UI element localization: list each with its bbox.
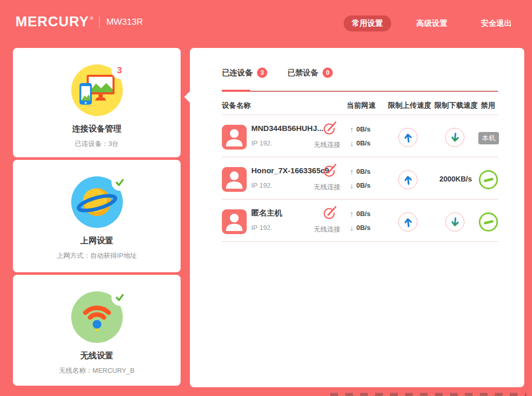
column-upload-limit: 限制上传速度 [388,101,431,110]
up-arrow-icon: ↑ [350,167,354,176]
column-current-speed: 当前网速 [347,101,376,110]
set-upload-limit-button[interactable] [398,128,417,147]
tab-underline [222,91,498,92]
ban-device-button[interactable] [479,212,498,232]
edit-name-icon[interactable] [323,121,337,135]
row-divider [222,241,498,242]
banned-count-badge: 0 [323,68,333,78]
card-subtitle: 上网方式：自动获得IP地址 [13,251,181,260]
sidebar-card-internet-settings[interactable]: 上网设置 上网方式：自动获得IP地址 [13,160,181,272]
sidebar-card-wireless-settings[interactable]: 无线设置 无线名称：MERCURY_B [13,275,181,386]
connection-type: 无线连接 [294,225,341,234]
card-title: 无线设置 [13,351,181,361]
upload-speed: 0B/s [357,210,370,218]
device-name: Honor_7X-1663365c9 [251,166,329,175]
minus-icon [483,177,494,182]
download-speed: 0B/s [357,182,370,189]
tab-banned-devices[interactable]: 已禁设备 0 [287,68,333,78]
device-tabs: 已连设备 3 已禁设备 0 [222,68,333,78]
column-download-limit: 限制下载速度 [434,101,478,110]
up-arrow-icon: ↑ [350,209,354,218]
upload-speed: 0B/s [357,168,370,175]
row-divider [222,199,498,200]
down-arrow-icon: ↓ [350,181,354,190]
table-header-divider [222,114,498,115]
table-row: Honor_7X-1663365c9 IP 192. 无线连接 ↑0B/s ↓0… [222,160,498,200]
active-card-pointer [184,91,190,103]
planet-icon [71,176,123,228]
brand-logo: MERCURY ® MW313R [15,14,143,30]
nav-safe-logout[interactable]: 安全退出 [473,15,520,31]
table-row: MND344B56HUHJ... IP 192. 无线连接 ↑0B/s ↓0B/… [222,118,498,157]
device-list-panel: 已连设备 3 已禁设备 0 设备名称 当前网速 限制上传速度 限制下载速度 禁用 [190,48,524,387]
minus-icon [483,220,494,224]
download-speed: 0B/s [357,224,370,232]
configured-check [111,289,128,306]
brand-name: MERCURY [15,14,89,30]
set-upload-limit-button[interactable] [398,212,417,232]
clipped-bottom-text [330,393,526,396]
logo-divider [99,16,100,28]
card-subtitle: 已连设备：3台 [13,139,181,148]
user-avatar-icon [222,167,247,192]
device-ip: IP 192. [251,224,272,232]
current-speed: ↑0B/s ↓0B/s [350,122,370,150]
column-ban: 禁用 [480,101,496,110]
model-number: MW313R [106,17,143,27]
wifi-icon [71,291,123,343]
set-download-limit-button[interactable] [445,212,464,232]
active-tab-underline [222,90,250,92]
up-arrow-icon: ↑ [350,125,354,134]
connection-type: 无线连接 [294,183,341,192]
column-device-name: 设备名称 [222,101,251,110]
down-arrow-icon: ↓ [350,223,354,232]
device-ip: IP 192. [251,139,272,147]
check-icon [115,177,125,188]
row-divider [222,157,498,157]
ban-device-button[interactable] [479,170,498,189]
current-speed: ↑0B/s ↓0B/s [350,164,370,192]
card-title: 上网设置 [13,236,181,246]
top-nav: 常用设置 高级设置 安全退出 [344,15,520,31]
devices-icon: 3 [71,64,123,116]
card-subtitle: 无线名称：MERCURY_B [13,366,181,375]
check-icon [115,292,125,303]
table-row: 匿名主机 IP 192. 无线连接 ↑0B/s ↓0B/s [222,202,498,242]
local-host-badge: 本机 [478,132,499,144]
edit-name-icon[interactable] [323,163,337,177]
set-download-limit-button[interactable] [445,128,464,147]
set-upload-limit-button[interactable] [398,170,417,189]
card-title: 连接设备管理 [13,124,181,135]
tab-connected-devices[interactable]: 已连设备 3 [222,68,267,78]
user-avatar-icon [222,125,247,150]
configured-check [111,174,128,191]
download-speed: 0B/s [357,139,370,147]
current-speed: ↑0B/s ↓0B/s [350,207,370,235]
registered-mark: ® [90,16,94,21]
upload-speed: 0B/s [357,125,370,133]
connection-type: 无线连接 [294,140,341,150]
nav-common-settings[interactable]: 常用设置 [344,15,391,31]
device-ip: IP 192. [251,182,272,189]
device-name: 匿名主机 [251,208,282,218]
down-arrow-icon: ↓ [350,139,354,147]
sidebar-card-device-management[interactable]: 3 连接设备管理 已连设备：3台 [13,48,181,157]
connected-count-badge: 3 [257,68,267,78]
edit-name-icon[interactable] [323,205,337,220]
nav-advanced-settings[interactable]: 高级设置 [408,15,456,31]
device-count-badge: 3 [111,62,128,79]
device-name: MND344B56HUHJ... [251,124,324,133]
user-avatar-icon [222,209,247,234]
router-admin-page: MERCURY ® MW313R 常用设置 高级设置 安全退出 3 [0,0,532,396]
